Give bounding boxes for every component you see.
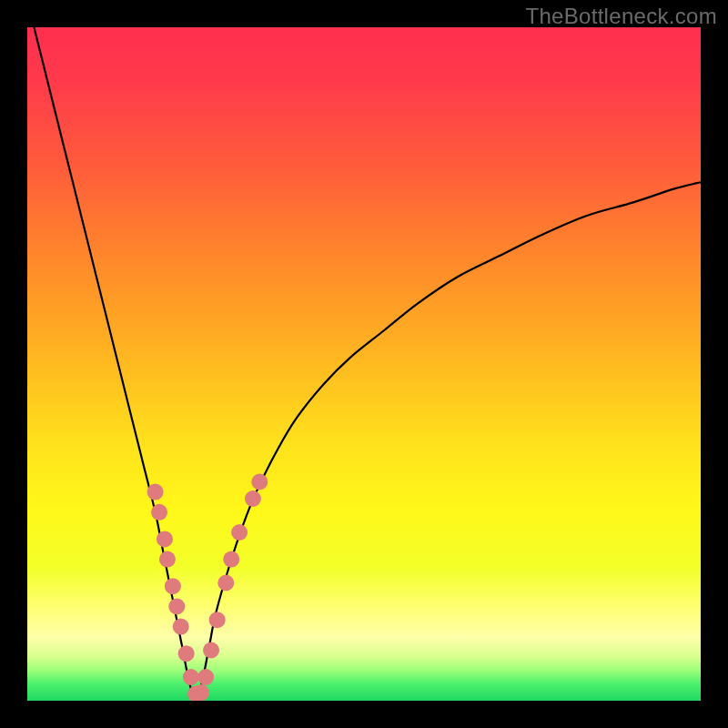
dot bbox=[168, 598, 185, 614]
chart-frame: TheBottleneck.com bbox=[0, 0, 728, 728]
dot bbox=[223, 551, 239, 568]
dot bbox=[245, 490, 261, 507]
bottleneck-curve bbox=[34, 27, 701, 701]
dot bbox=[251, 474, 268, 490]
dot bbox=[209, 612, 226, 628]
dot bbox=[193, 684, 209, 701]
dot bbox=[183, 669, 199, 685]
dot bbox=[197, 669, 214, 685]
plot-area bbox=[27, 27, 701, 701]
dot bbox=[217, 575, 234, 592]
plot-overlay bbox=[27, 27, 701, 701]
dot bbox=[159, 551, 176, 568]
dot bbox=[151, 504, 167, 521]
dot bbox=[231, 524, 248, 541]
dot bbox=[178, 645, 195, 662]
dot bbox=[147, 484, 164, 500]
watermark-text: TheBottleneck.com bbox=[525, 4, 717, 29]
dot bbox=[165, 578, 181, 594]
dot bbox=[203, 642, 219, 659]
dot bbox=[157, 531, 173, 547]
dot bbox=[173, 619, 189, 635]
